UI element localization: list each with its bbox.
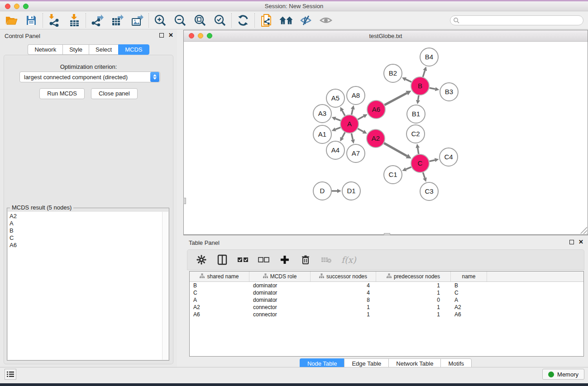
table-cell[interactable]: connector [249, 311, 311, 318]
zoom-fit-button[interactable] [193, 14, 207, 27]
network-window-title-bar[interactable]: testGlobe.txt [184, 30, 588, 42]
table-row[interactable]: A6connector11A6 [190, 311, 583, 318]
network-canvas[interactable]: B4B2BB3A5A8A6A3B1AC2A1A2A4A7C4CC1C3DD1 [184, 42, 588, 234]
table-cell[interactable]: A [190, 296, 249, 304]
tab-style[interactable]: Style [62, 44, 89, 55]
column-header-MCDS-role[interactable]: MCDS role [249, 272, 311, 281]
table-row[interactable]: Cdominator41C [190, 289, 583, 296]
tab-network[interactable]: Network [28, 44, 62, 55]
result-list-scrollbar[interactable] [162, 212, 168, 360]
table-cell[interactable]: A6 [190, 311, 249, 318]
edge-A2-C[interactable] [384, 143, 407, 156]
result-list-item[interactable]: C [10, 234, 162, 242]
edge-C-C1[interactable] [406, 167, 411, 169]
result-list-item[interactable]: A6 [10, 242, 162, 249]
close-table-panel-icon[interactable]: ✕ [578, 240, 583, 244]
table-cell[interactable]: 1 [376, 311, 451, 318]
save-session-button[interactable] [24, 14, 38, 27]
table-row[interactable]: Adominator80A [190, 296, 583, 304]
table-cell[interactable]: A2 [190, 304, 249, 311]
column-header-name[interactable]: name [451, 272, 487, 281]
table-cell[interactable]: A [451, 296, 487, 304]
import-network-button[interactable] [48, 14, 61, 27]
table-cell[interactable]: 1 [376, 282, 451, 289]
edge-A-A1[interactable] [335, 128, 340, 129]
left-splitter-handle[interactable] [183, 198, 186, 204]
result-list-item[interactable]: B [10, 227, 162, 234]
export-network-button[interactable] [91, 14, 104, 27]
table-cell[interactable]: connector [249, 304, 311, 311]
table-row[interactable]: Bdominator41B [190, 282, 583, 289]
table-cell[interactable]: A6 [451, 311, 487, 318]
optimization-criterion-dropdown[interactable]: largest connected component (directed) [19, 71, 160, 82]
table-cell[interactable]: 4 [311, 289, 376, 296]
search-input[interactable] [450, 15, 583, 25]
new-network-from-file-button[interactable] [259, 14, 273, 27]
table-cell[interactable]: C [190, 289, 249, 296]
open-file-button[interactable] [5, 14, 18, 27]
table-cell[interactable]: B [190, 282, 249, 289]
column-header-shared-name[interactable]: shared name [190, 272, 249, 281]
column-header-successor-nodes[interactable]: successor nodes [311, 272, 376, 281]
table-cell[interactable]: A2 [451, 304, 487, 311]
edge-A-A8[interactable] [352, 109, 353, 114]
table-cell[interactable]: dominator [249, 282, 311, 289]
edge-B-B3[interactable] [430, 88, 435, 89]
table-cell[interactable]: 1 [376, 289, 451, 296]
apply-layout-button[interactable] [236, 14, 250, 27]
memory-button[interactable]: Memory [542, 369, 584, 380]
zoom-selected-button[interactable] [213, 14, 227, 27]
result-list-item[interactable]: A2 [10, 213, 162, 220]
table-cell[interactable]: C [451, 289, 487, 296]
run-mcds-button[interactable]: Run MCDS [39, 88, 85, 99]
deselect-all-icon[interactable] [258, 254, 270, 266]
column-header-predecessor-nodes[interactable]: predecessor nodes [376, 272, 451, 281]
table-cell[interactable]: 1 [311, 311, 376, 318]
table-cell[interactable]: 8 [311, 296, 376, 304]
edge-B-B4[interactable] [423, 71, 425, 77]
export-image-button[interactable] [130, 14, 144, 27]
zoom-in-button[interactable] [153, 14, 167, 27]
table-cell[interactable]: 1 [311, 304, 376, 311]
table-cell[interactable]: 0 [376, 296, 451, 304]
float-table-panel-icon[interactable] [569, 240, 574, 244]
resize-grip-icon[interactable] [580, 227, 587, 234]
dropdown-stepper-icon[interactable] [150, 72, 159, 82]
edge-B-B1[interactable] [418, 95, 419, 100]
edge-C-C2[interactable] [418, 148, 419, 154]
tab-mcds[interactable]: MCDS [118, 44, 149, 55]
edge-B-B2[interactable] [406, 79, 411, 82]
edge-C-C3[interactable] [423, 172, 425, 178]
settings-gear-icon[interactable] [196, 254, 207, 266]
task-history-button[interactable] [5, 369, 16, 380]
edge-A-A2[interactable] [358, 129, 363, 132]
edge-A-A4[interactable] [342, 133, 345, 138]
column-visibility-icon[interactable] [216, 254, 228, 266]
edge-A-A6[interactable] [358, 116, 363, 119]
table-row[interactable]: A2connector11A2 [190, 304, 583, 311]
float-panel-icon[interactable] [159, 33, 164, 38]
zoom-out-button[interactable] [173, 14, 187, 27]
edge-A-A5[interactable] [342, 110, 345, 115]
table-cell[interactable]: 4 [311, 282, 376, 289]
edge-A6-B[interactable] [385, 93, 407, 105]
table-cell[interactable]: dominator [249, 296, 311, 304]
close-panel-button[interactable]: Close panel [91, 88, 138, 99]
main-title-bar[interactable]: Session: New Session [0, 1, 588, 11]
delete-column-icon[interactable] [300, 254, 311, 266]
import-table-button[interactable] [67, 14, 81, 27]
table-cell[interactable]: 1 [376, 304, 451, 311]
close-panel-icon[interactable]: ✕ [168, 33, 173, 38]
bottom-splitter-handle[interactable] [384, 233, 390, 235]
edge-C-C4[interactable] [429, 160, 435, 162]
hide-selected-button[interactable] [299, 14, 313, 27]
add-column-icon[interactable] [279, 254, 291, 266]
edge-A-A3[interactable] [335, 119, 340, 120]
show-all-button[interactable] [319, 14, 333, 27]
select-all-icon[interactable] [237, 254, 249, 266]
table-cell[interactable]: B [451, 282, 487, 289]
result-list-item[interactable]: A [10, 220, 162, 227]
table-cell[interactable]: dominator [249, 289, 311, 296]
mcds-result-list[interactable]: A2ABCA6 [8, 212, 162, 360]
first-neighbors-button[interactable] [279, 14, 293, 27]
